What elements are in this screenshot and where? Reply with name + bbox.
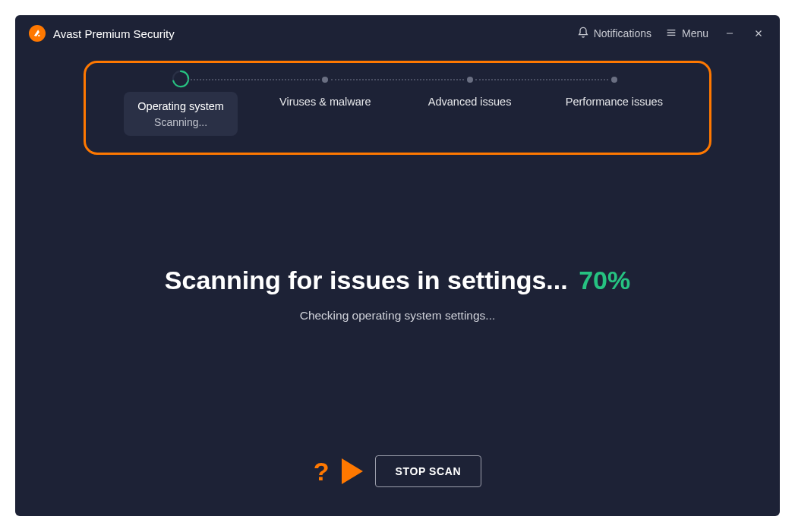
stop-scan-button[interactable]: STOP SCAN xyxy=(375,455,482,487)
minimize-button[interactable] xyxy=(722,26,737,41)
step-label: Advanced issues xyxy=(428,95,512,110)
notifications-button[interactable]: Notifications xyxy=(577,27,651,41)
help-marker-icon: ? xyxy=(314,457,330,486)
svg-point-0 xyxy=(38,35,39,36)
scan-headline: Scanning for issues in settings... xyxy=(165,266,568,294)
notifications-label: Notifications xyxy=(594,27,651,39)
step-dot-icon xyxy=(467,77,473,83)
step-label: Performance issues xyxy=(566,95,663,110)
step-sublabel: Scanning... xyxy=(137,116,224,128)
scan-stepper: Operating system Scanning... Viruses & m… xyxy=(109,77,686,136)
pointer-triangle-icon xyxy=(342,458,363,484)
titlebar: Avast Premium Security Notifications xyxy=(15,15,780,52)
hamburger-icon xyxy=(665,27,677,41)
app-title: Avast Premium Security xyxy=(53,27,577,40)
step-advanced-issues: Advanced issues xyxy=(398,77,542,110)
step-label: Viruses & malware xyxy=(279,95,371,110)
scan-percent: 70% xyxy=(579,266,630,294)
menu-button[interactable]: Menu xyxy=(665,27,708,41)
bottom-actions: ? STOP SCAN xyxy=(15,455,780,487)
step-dot-icon xyxy=(322,77,328,83)
scan-subtext: Checking operating system settings... xyxy=(15,309,780,323)
app-window: Avast Premium Security Notifications xyxy=(15,15,780,516)
scan-headline-row: Scanning for issues in settings... 70% xyxy=(15,266,780,295)
step-active-pill: Operating system Scanning... xyxy=(124,92,238,136)
step-viruses-malware: Viruses & malware xyxy=(253,77,397,110)
scan-stepper-highlight: Operating system Scanning... Viruses & m… xyxy=(84,61,711,155)
titlebar-actions: Notifications Menu xyxy=(577,26,766,41)
scan-status: Scanning for issues in settings... 70% C… xyxy=(15,266,780,323)
step-operating-system: Operating system Scanning... xyxy=(109,77,253,136)
step-label: Operating system xyxy=(137,99,224,115)
step-performance-issues: Performance issues xyxy=(542,77,686,110)
avast-logo-icon xyxy=(29,25,46,42)
close-button[interactable] xyxy=(751,26,766,41)
step-dot-icon xyxy=(611,77,617,83)
bell-icon xyxy=(577,27,589,41)
menu-label: Menu xyxy=(682,27,708,39)
